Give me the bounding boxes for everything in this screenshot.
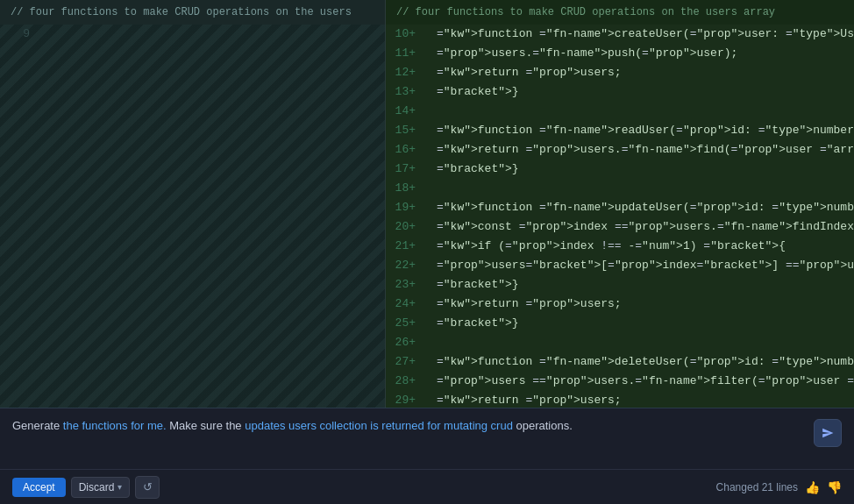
right-code-line-3: ="bracket">} bbox=[437, 82, 854, 102]
right-panel: // four functions to make CRUD operation… bbox=[386, 0, 854, 408]
right-code-line-2: ="kw">return ="prop">users; bbox=[437, 63, 854, 82]
right-line-num-8: 18+ bbox=[393, 179, 423, 198]
right-line-num-9: 19+ bbox=[393, 198, 423, 217]
right-code-line-11: ="kw">if (="prop">index !== -="num">1) =… bbox=[437, 237, 854, 256]
right-line-num-3: 13+ bbox=[393, 82, 423, 102]
accept-button[interactable]: Accept bbox=[12, 478, 66, 497]
right-line-num-18: 28+ bbox=[393, 372, 423, 391]
right-code-line-10: ="kw">const ="prop">index = ="prop">user… bbox=[437, 217, 854, 237]
prompt-highlight-2: updates users collection is returned for… bbox=[245, 419, 513, 432]
left-panel: // four functions to make CRUD operation… bbox=[0, 0, 386, 408]
prompt-highlight-1: the functions for me. bbox=[63, 419, 167, 432]
right-code-line-5: ="kw">function ="fn-name">readUser(="pro… bbox=[437, 121, 854, 140]
left-header: // four functions to make CRUD operation… bbox=[0, 0, 385, 25]
right-code-line-6: ="kw">return ="prop">users.="fn-name">fi… bbox=[437, 140, 854, 160]
right-line-num-14: 24+ bbox=[393, 295, 423, 314]
right-code-line-16 bbox=[437, 333, 854, 352]
right-line-num-19: 29+ bbox=[393, 391, 423, 408]
send-icon bbox=[822, 427, 834, 439]
right-code-line-18: ="prop">users = ="prop">users.="fn-name"… bbox=[437, 372, 854, 391]
status-area: Changed 21 lines 👍 👎 bbox=[716, 480, 842, 494]
right-line-num-7: 17+ bbox=[393, 160, 423, 179]
right-header-text: // four functions to make CRUD operation… bbox=[396, 6, 775, 18]
right-code-line-1: ="prop">users.="fn-name">push(="prop">us… bbox=[437, 44, 854, 63]
right-code-line-17: ="kw">function ="fn-name">deleteUser(="p… bbox=[437, 352, 854, 372]
right-code-line-12: ="prop">users="bracket">[="prop">index="… bbox=[437, 256, 854, 275]
right-line-numbers: 10+11+12+13+14+15+16+17+18+19+20+21+22+2… bbox=[386, 25, 430, 408]
editor-area: // four functions to make CRUD operation… bbox=[0, 0, 854, 408]
right-line-num-16: 26+ bbox=[393, 333, 423, 352]
right-code-line-0: ="kw">function ="fn-name">createUser(="p… bbox=[437, 25, 854, 44]
chevron-down-icon: ▾ bbox=[117, 482, 122, 492]
right-code-line-7: ="bracket">} bbox=[437, 160, 854, 179]
reload-icon: ↺ bbox=[143, 480, 153, 493]
right-code-line-13: ="bracket">} bbox=[437, 275, 854, 295]
left-header-text: // four functions to make CRUD operation… bbox=[11, 6, 352, 18]
right-code-line-8 bbox=[437, 179, 854, 198]
action-bar: Accept Discard ▾ ↺ Changed 21 lines 👍 👎 bbox=[0, 469, 854, 504]
right-line-num-2: 12+ bbox=[393, 63, 423, 82]
right-line-num-0: 10+ bbox=[393, 25, 423, 44]
left-code-container[interactable]: 9 bbox=[0, 25, 385, 408]
left-code-lines bbox=[44, 25, 385, 408]
right-line-num-13: 23+ bbox=[393, 275, 423, 295]
left-line-num-9: 9 bbox=[7, 25, 37, 44]
right-code-line-14: ="kw">return ="prop">users; bbox=[437, 295, 854, 314]
discard-button[interactable]: Discard ▾ bbox=[71, 477, 131, 498]
right-code-container[interactable]: 10+11+12+13+14+15+16+17+18+19+20+21+22+2… bbox=[386, 25, 854, 408]
thumbup-icon[interactable]: 👍 bbox=[805, 480, 820, 494]
bottom-bar: Generate the functions for me. Make sure… bbox=[0, 408, 854, 504]
discard-label: Discard bbox=[79, 481, 115, 493]
right-line-num-10: 20+ bbox=[393, 217, 423, 237]
right-line-num-4: 14+ bbox=[393, 102, 423, 121]
right-code-line-4 bbox=[437, 102, 854, 121]
right-code-line-19: ="kw">return ="prop">users; bbox=[437, 391, 854, 408]
right-code-lines: ="kw">function ="fn-name">createUser(="p… bbox=[430, 25, 854, 408]
right-code-line-9: ="kw">function ="fn-name">updateUser(="p… bbox=[437, 198, 854, 217]
reload-button[interactable]: ↺ bbox=[135, 476, 160, 499]
right-line-num-5: 15+ bbox=[393, 121, 423, 140]
right-line-num-15: 25+ bbox=[393, 314, 423, 333]
right-line-num-11: 21+ bbox=[393, 237, 423, 256]
thumbdown-icon[interactable]: 👎 bbox=[827, 480, 842, 494]
right-header: // four functions to make CRUD operation… bbox=[386, 0, 854, 25]
changed-lines-text: Changed 21 lines bbox=[716, 481, 798, 493]
right-line-num-17: 27+ bbox=[393, 352, 423, 372]
right-line-num-6: 16+ bbox=[393, 140, 423, 160]
right-line-num-1: 11+ bbox=[393, 44, 423, 63]
left-line-numbers: 9 bbox=[0, 25, 44, 408]
prompt-area: Generate the functions for me. Make sure… bbox=[0, 408, 854, 469]
right-line-num-12: 22+ bbox=[393, 256, 423, 275]
left-line-9 bbox=[51, 63, 378, 82]
send-button[interactable] bbox=[814, 419, 842, 447]
prompt-text: Generate the functions for me. Make sure… bbox=[12, 417, 805, 435]
right-code-line-15: ="bracket">} bbox=[437, 314, 854, 333]
